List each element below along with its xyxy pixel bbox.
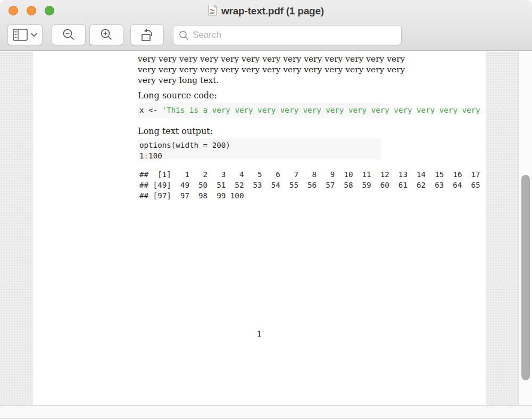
document-icon [208, 4, 218, 18]
window-title: wrap-text.pdf (1 page) [221, 5, 324, 17]
zoom-out-icon [62, 28, 76, 42]
code-options-line: options(width = 200) [139, 140, 230, 150]
rotate-left-button[interactable] [130, 24, 164, 45]
body-text-line: very very very very very very very very … [138, 64, 405, 75]
bottom-bar [0, 405, 532, 419]
code-prefix: x <- [139, 106, 162, 114]
sidebar-toggle-button[interactable] [7, 24, 43, 45]
output-line: ## [97] 97 98 99 100 [139, 190, 244, 201]
output-line: ## [49] 49 50 51 52 53 54 55 56 57 58 59… [139, 180, 480, 190]
preview-window: wrap-text.pdf (1 page) [0, 0, 532, 419]
body-text-line: very very long text. [138, 75, 219, 86]
source-code-line: x <- 'This is a very very very very very… [139, 105, 480, 115]
heading-long-source-code: Long source code: [138, 90, 217, 101]
sidebar-icon [12, 28, 38, 42]
window-header: wrap-text.pdf (1 page) [0, 0, 532, 51]
code-string: 'This is a very very very very very very… [162, 106, 480, 114]
code-sequence-line: 1:100 [139, 150, 162, 161]
body-text-line: very very very very very very very very … [138, 54, 405, 64]
heading-long-text-output: Long text output: [138, 126, 213, 137]
page-number: 1 [33, 329, 486, 339]
vertical-scrollbar-thumb[interactable] [521, 175, 530, 380]
content-area: very very very very very very very very … [0, 52, 532, 405]
search-icon [179, 30, 189, 40]
titlebar: wrap-text.pdf (1 page) [0, 4, 532, 18]
code-number: 100 [148, 152, 162, 160]
output-line: ## [1] 1 2 3 4 5 6 7 8 9 10 11 12 13 14 … [139, 169, 480, 180]
search-field [173, 25, 402, 45]
pdf-page: very very very very very very very very … [33, 52, 486, 405]
zoom-out-button[interactable] [52, 24, 86, 45]
code-operator: : [144, 152, 149, 160]
search-input[interactable] [193, 30, 396, 40]
zoom-in-button[interactable] [89, 24, 123, 45]
code-number: 1 [139, 152, 144, 160]
rotate-left-icon [138, 27, 156, 43]
chevron-down-icon [31, 33, 37, 36]
zoom-in-icon [99, 28, 113, 42]
vertical-scrollbar-track[interactable] [518, 52, 532, 405]
